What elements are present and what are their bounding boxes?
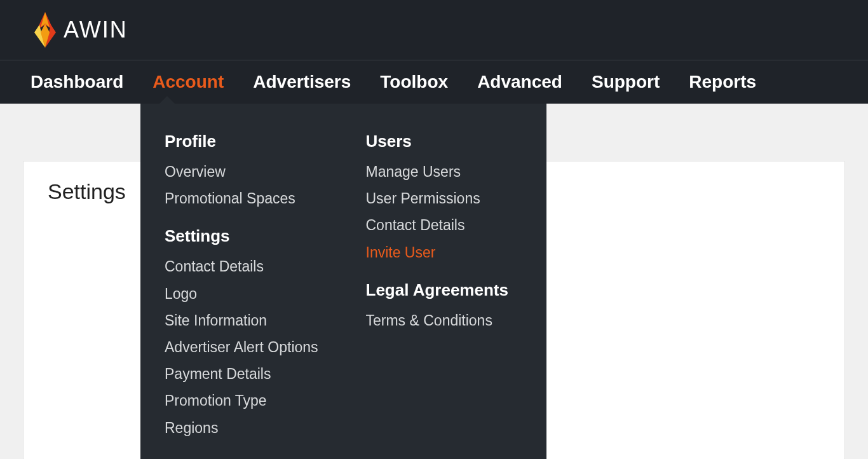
nav-reports[interactable]: Reports xyxy=(689,72,756,92)
drop-link-contact-details[interactable]: Contact Details xyxy=(165,256,322,277)
drop-heading-profile: Profile xyxy=(165,132,322,151)
drop-group-legal: Legal Agreements Terms & Conditions xyxy=(366,280,523,331)
awin-flame-icon xyxy=(31,11,60,49)
nav-support[interactable]: Support xyxy=(592,72,660,92)
drop-link-logo[interactable]: Logo xyxy=(165,284,322,304)
nav-advanced[interactable]: Advanced xyxy=(477,72,562,92)
nav-toolbox[interactable]: Toolbox xyxy=(380,72,448,92)
drop-link-overview[interactable]: Overview xyxy=(165,161,322,182)
account-dropdown: Profile Overview Promotional Spaces Sett… xyxy=(140,104,546,459)
dropdown-col-2: Users Manage Users User Permissions Cont… xyxy=(366,132,523,456)
drop-heading-users: Users xyxy=(366,132,523,151)
drop-group-users: Users Manage Users User Permissions Cont… xyxy=(366,132,523,263)
brand-logo[interactable]: AWIN xyxy=(31,11,128,49)
drop-link-advertiser-alert-options[interactable]: Advertiser Alert Options xyxy=(165,337,322,357)
dropdown-col-1: Profile Overview Promotional Spaces Sett… xyxy=(165,132,322,456)
drop-group-settings: Settings Contact Details Logo Site Infor… xyxy=(165,226,322,437)
drop-link-contact-details-users[interactable]: Contact Details xyxy=(366,215,523,235)
drop-link-invite-user[interactable]: Invite User xyxy=(366,242,523,263)
drop-link-manage-users[interactable]: Manage Users xyxy=(366,161,523,182)
drop-heading-settings: Settings xyxy=(165,226,322,246)
drop-link-regions[interactable]: Regions xyxy=(165,418,322,438)
nav-advertisers[interactable]: Advertisers xyxy=(253,72,351,92)
brand-name: AWIN xyxy=(64,17,128,43)
drop-group-profile: Profile Overview Promotional Spaces xyxy=(165,132,322,209)
drop-link-user-permissions[interactable]: User Permissions xyxy=(366,188,523,209)
nav-account[interactable]: Account xyxy=(153,72,224,92)
drop-heading-legal: Legal Agreements xyxy=(366,280,523,300)
drop-link-payment-details[interactable]: Payment Details xyxy=(165,364,322,384)
nav-dashboard[interactable]: Dashboard xyxy=(31,72,123,92)
drop-link-promotional-spaces[interactable]: Promotional Spaces xyxy=(165,188,322,209)
main-nav: Dashboard Account Advertisers Toolbox Ad… xyxy=(0,60,868,104)
drop-link-site-information[interactable]: Site Information xyxy=(165,310,322,331)
drop-link-terms-conditions[interactable]: Terms & Conditions xyxy=(366,310,523,331)
drop-link-promotion-type[interactable]: Promotion Type xyxy=(165,390,322,411)
topbar: AWIN xyxy=(0,0,868,60)
